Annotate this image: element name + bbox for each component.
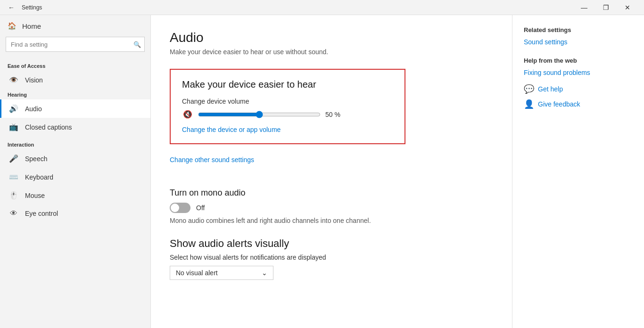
sidebar-item-mouse[interactable]: 🖱️ Mouse — [0, 186, 150, 205]
home-label: Home — [22, 22, 41, 30]
section-ease-of-access: Ease of Access — [0, 57, 150, 71]
sidebar-item-audio-label: Audio — [25, 105, 42, 113]
toggle-thumb — [171, 204, 179, 212]
sidebar-item-mouse-label: Mouse — [25, 192, 45, 199]
mute-icon: 🔇 — [182, 110, 193, 119]
mouse-icon: 🖱️ — [9, 191, 18, 200]
mono-audio-section: Turn on mono audio Off Mono audio combin… — [170, 188, 493, 224]
mono-audio-toggle-row: Off — [170, 203, 493, 213]
sidebar-search: 🔍 — [6, 37, 145, 52]
volume-slider[interactable] — [198, 111, 321, 118]
sidebar-item-audio[interactable]: 🔊 Audio — [0, 99, 150, 118]
volume-value: 50 % — [325, 111, 345, 118]
visual-alerts-section: Show audio alerts visually Select how vi… — [170, 238, 493, 280]
search-icon[interactable]: 🔍 — [133, 41, 141, 48]
give-feedback-icon: 👤 — [524, 99, 534, 109]
help-from-web-title: Help from the web — [524, 57, 633, 64]
titlebar-title: Settings — [22, 4, 42, 11]
sidebar-item-closed-captions[interactable]: 📺 Closed captions — [0, 118, 150, 136]
change-device-volume-link[interactable]: Change the device or app volume — [182, 126, 281, 133]
give-feedback-item: 👤 Give feedback — [524, 99, 633, 109]
mono-audio-title: Turn on mono audio — [170, 188, 493, 198]
section-interaction: Interaction — [0, 136, 150, 149]
volume-label: Change device volume — [182, 98, 393, 105]
minimize-button[interactable]: — — [573, 0, 595, 15]
vision-icon: 👁️ — [9, 75, 18, 84]
mono-audio-state: Off — [196, 204, 205, 212]
titlebar: ← Settings — ❐ ✕ — [0, 0, 644, 15]
visual-alerts-label: Select how visual alerts for notificatio… — [170, 254, 493, 261]
page-subtitle: Make your device easier to hear or use w… — [170, 48, 493, 56]
sidebar-item-speech[interactable]: 🎤 Speech — [0, 149, 150, 168]
speech-icon: 🎤 — [9, 154, 18, 163]
titlebar-controls: — ❐ ✕ — [573, 0, 638, 15]
hear-box-title: Make your device easier to hear — [182, 79, 393, 90]
page-title: Audio — [170, 30, 493, 45]
close-button[interactable]: ✕ — [617, 0, 638, 15]
sidebar-item-keyboard[interactable]: ⌨️ Keyboard — [0, 168, 150, 186]
audio-icon: 🔊 — [9, 104, 18, 113]
change-sound-settings-link[interactable]: Change other sound settings — [170, 156, 254, 164]
sound-settings-link[interactable]: Sound settings — [524, 38, 633, 46]
visual-alerts-title: Show audio alerts visually — [170, 238, 493, 250]
get-help-link[interactable]: Get help — [538, 85, 563, 93]
sidebar-item-vision-label: Vision — [25, 76, 43, 84]
sidebar-item-keyboard-label: Keyboard — [25, 173, 53, 181]
sidebar-item-speech-label: Speech — [25, 155, 47, 163]
keyboard-icon: ⌨️ — [9, 172, 18, 181]
sidebar-item-vision[interactable]: 👁️ Vision — [0, 71, 150, 89]
section-hearing-label: Hearing — [0, 89, 150, 99]
main-content: Audio Make your device easier to hear or… — [151, 15, 512, 328]
sidebar-item-eye-control[interactable]: 👁 Eye control — [0, 205, 150, 222]
app-body: 🏠 Home 🔍 Ease of Access 👁️ Vision Hearin… — [0, 15, 644, 328]
related-settings-title: Related settings — [524, 26, 633, 33]
sidebar-item-closed-captions-label: Closed captions — [25, 123, 72, 131]
visual-alert-dropdown[interactable]: No visual alert ⌄ — [170, 266, 273, 280]
get-help-item: 💬 Get help — [524, 84, 633, 94]
home-icon: 🏠 — [8, 22, 17, 30]
search-input[interactable] — [6, 37, 145, 52]
get-help-icon: 💬 — [524, 84, 534, 94]
fixing-sound-problems-link[interactable]: Fixing sound problems — [524, 69, 633, 76]
mono-audio-desc: Mono audio combines left and right audio… — [170, 217, 493, 224]
back-button[interactable]: ← — [6, 2, 17, 13]
maximize-button[interactable]: ❐ — [595, 0, 617, 15]
hear-box: Make your device easier to hear Change d… — [170, 69, 405, 144]
dropdown-value: No visual alert — [176, 269, 218, 277]
sidebar-item-eye-control-label: Eye control — [25, 210, 58, 217]
mono-audio-toggle[interactable] — [170, 203, 190, 213]
chevron-down-icon: ⌄ — [262, 269, 267, 277]
sidebar: 🏠 Home 🔍 Ease of Access 👁️ Vision Hearin… — [0, 15, 151, 328]
help-section: Help from the web Fixing sound problems … — [524, 57, 633, 109]
volume-slider-row: 🔇 50 % — [182, 110, 393, 119]
sidebar-item-home[interactable]: 🏠 Home — [0, 15, 150, 37]
right-panel: Related settings Sound settings Help fro… — [512, 15, 644, 328]
give-feedback-link[interactable]: Give feedback — [538, 100, 580, 108]
eye-control-icon: 👁 — [9, 209, 18, 218]
closed-captions-icon: 📺 — [9, 123, 18, 131]
